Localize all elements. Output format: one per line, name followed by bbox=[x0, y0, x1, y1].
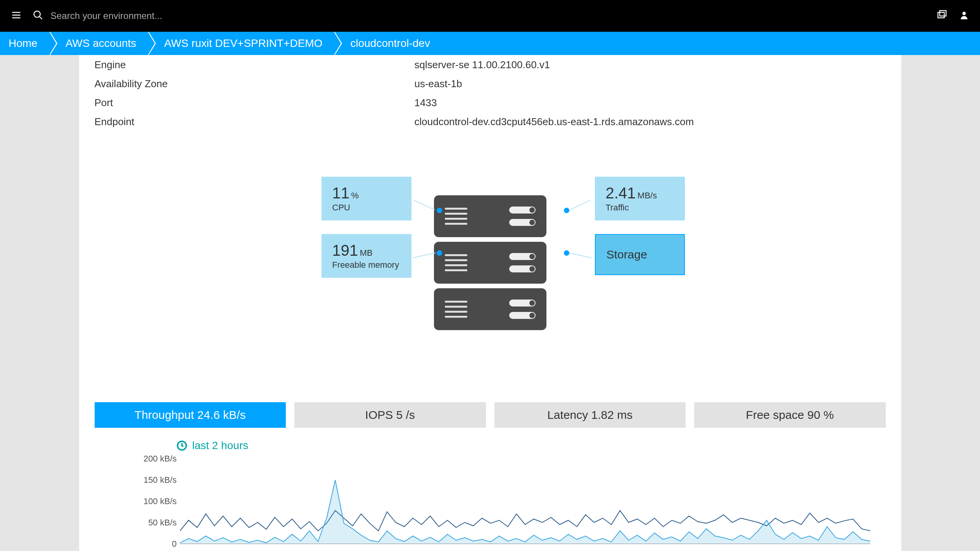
y-axis: 200 kB/s150 kB/s100 kB/s50 kB/s0 bbox=[130, 459, 180, 544]
page-content: Engine sqlserver-se 11.00.2100.60.v1 Ava… bbox=[79, 55, 901, 551]
metric-value: 191 bbox=[332, 242, 358, 259]
connector-line bbox=[569, 200, 591, 210]
topbar-right bbox=[937, 10, 969, 22]
metric-storage[interactable]: Storage bbox=[595, 234, 685, 275]
search-icon[interactable] bbox=[33, 10, 43, 22]
metric-unit: % bbox=[351, 191, 359, 200]
storage-tabs: Throughput 24.6 kB/s IOPS 5 /s Latency 1… bbox=[95, 402, 886, 428]
server-unit-icon bbox=[434, 195, 546, 237]
breadcrumb: Home AWS accounts AWS ruxit DEV+SPRINT+D… bbox=[0, 32, 980, 55]
metric-unit: MB/s bbox=[638, 191, 657, 200]
search-wrap bbox=[33, 10, 937, 22]
metric-label: Freeable memory bbox=[332, 260, 401, 270]
connector-dot bbox=[437, 250, 442, 256]
connector-line bbox=[569, 253, 591, 258]
connector-dot bbox=[564, 250, 569, 256]
connector-dot bbox=[564, 208, 569, 213]
breadcrumb-home[interactable]: Home bbox=[0, 32, 49, 55]
metric-unit: MB bbox=[360, 248, 373, 258]
infographic: 11 % CPU 191 MB Freeable memory 2.41 MB/… bbox=[95, 166, 886, 360]
prop-label: Availability Zone bbox=[95, 78, 170, 90]
user-icon[interactable] bbox=[959, 10, 969, 22]
prop-value: 1433 bbox=[415, 97, 437, 109]
prop-endpoint: Endpoint cloudcontrol-dev.cd3cput456eb.u… bbox=[95, 112, 886, 131]
prop-port: Port 1433 bbox=[95, 93, 886, 112]
connector-dot bbox=[437, 208, 442, 213]
breadcrumb-aws-ruxit[interactable]: AWS ruxit DEV+SPRINT+DEMO bbox=[148, 32, 334, 55]
chart-plot bbox=[180, 459, 870, 544]
metric-value: 2.41 bbox=[606, 184, 636, 201]
prop-label: Endpoint bbox=[95, 116, 137, 127]
metric-value: 11 bbox=[332, 184, 350, 201]
timerange-label: last 2 hours bbox=[192, 439, 249, 452]
y-tick-label: 50 kB/s bbox=[148, 518, 176, 528]
svg-point-4 bbox=[963, 12, 966, 15]
metric-memory[interactable]: 191 MB Freeable memory bbox=[321, 234, 411, 278]
tab-latency[interactable]: Latency 1.82 ms bbox=[494, 402, 686, 428]
tab-iops[interactable]: IOPS 5 /s bbox=[294, 402, 486, 428]
y-tick-label: 100 kB/s bbox=[143, 496, 177, 506]
server-stack-icon bbox=[434, 195, 546, 330]
throughput-chart[interactable]: 200 kB/s150 kB/s100 kB/s50 kB/s0 15:3015… bbox=[130, 459, 870, 551]
search-input[interactable] bbox=[50, 10, 283, 21]
chart-area: last 2 hours 200 kB/s150 kB/s100 kB/s50 … bbox=[95, 439, 886, 551]
y-tick-label: 200 kB/s bbox=[143, 454, 177, 464]
y-tick-label: 0 bbox=[172, 539, 176, 549]
prop-value: sqlserver-se 11.00.2100.60.v1 bbox=[415, 59, 550, 71]
breadcrumb-current: cloudcontrol-dev bbox=[334, 32, 441, 55]
metric-label: Storage bbox=[607, 248, 647, 261]
svg-marker-6 bbox=[180, 480, 870, 544]
tab-freespace[interactable]: Free space 90 % bbox=[694, 402, 886, 428]
menu-icon[interactable] bbox=[11, 10, 22, 22]
svg-point-0 bbox=[34, 11, 40, 17]
svg-rect-3 bbox=[940, 10, 946, 16]
prop-az: Availability Zone us-east-1b bbox=[95, 74, 886, 93]
topbar bbox=[0, 0, 980, 32]
metric-label: Traffic bbox=[606, 203, 674, 213]
metric-cpu[interactable]: 11 % CPU bbox=[321, 177, 411, 220]
clock-icon bbox=[176, 440, 188, 451]
prop-engine: Engine sqlserver-se 11.00.2100.60.v1 bbox=[95, 55, 886, 74]
metric-traffic[interactable]: 2.41 MB/s Traffic bbox=[595, 177, 685, 220]
server-unit-icon bbox=[434, 288, 546, 330]
svg-line-1 bbox=[40, 17, 42, 19]
y-tick-label: 150 kB/s bbox=[143, 475, 177, 485]
breadcrumb-aws-accounts[interactable]: AWS accounts bbox=[49, 32, 148, 55]
metric-label: CPU bbox=[332, 203, 401, 213]
prop-label: Engine bbox=[95, 59, 128, 71]
prop-value: us-east-1b bbox=[415, 78, 462, 90]
windows-icon[interactable] bbox=[937, 10, 947, 22]
connector-line bbox=[413, 200, 435, 210]
svg-rect-2 bbox=[938, 12, 944, 18]
server-unit-icon bbox=[434, 242, 546, 284]
prop-value: cloudcontrol-dev.cd3cput456eb.us-east-1.… bbox=[415, 116, 694, 128]
prop-label: Port bbox=[95, 97, 116, 108]
timerange-selector[interactable]: last 2 hours bbox=[176, 439, 886, 452]
tab-throughput[interactable]: Throughput 24.6 kB/s bbox=[95, 402, 286, 428]
connector-line bbox=[413, 253, 436, 258]
